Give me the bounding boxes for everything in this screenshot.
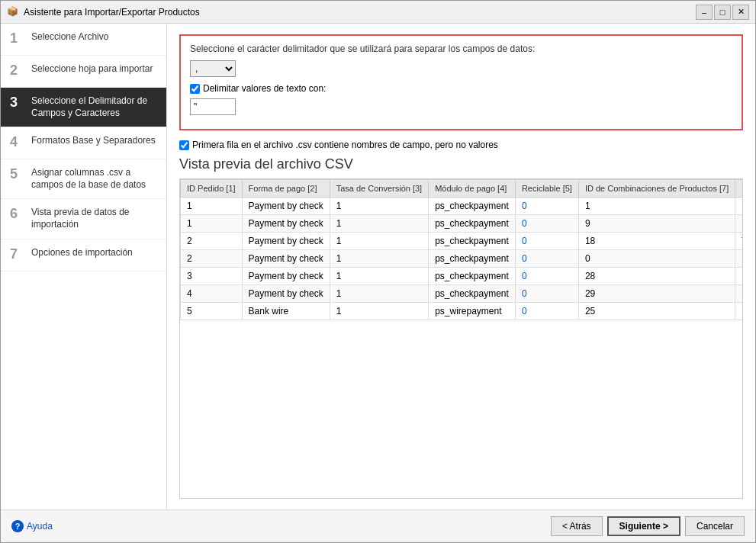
sidebar-item-4[interactable]: 4 Formatos Base y Separadores	[1, 127, 166, 159]
sidebar-item-7[interactable]: 7 Opciones de importación	[1, 239, 166, 272]
table-cell: 28	[578, 268, 735, 285]
col-header: N	[735, 180, 743, 198]
sidebar-item-1[interactable]: 1 Seleccione Archivo	[1, 24, 166, 56]
col-header: Módulo de pago [4]	[429, 180, 516, 198]
text-delimiter-checkbox[interactable]	[190, 84, 200, 94]
table-cell: 0	[515, 268, 578, 285]
table-row: 2Payment by check1ps_checkpayment018Th	[181, 233, 744, 250]
table-cell: 1	[330, 303, 429, 320]
table-cell: ps_checkpayment	[429, 285, 516, 303]
text-delimiter-label: Delimitar valores de texto con:	[203, 83, 326, 94]
window-title: Asistente para Importar/Exportar Product…	[24, 7, 691, 18]
table-cell: 0	[515, 303, 578, 320]
first-row-label: Primera fila en el archivo .csv contiene…	[192, 140, 498, 150]
table-cell: 1	[181, 198, 243, 215]
table-cell: ps_checkpayment	[429, 268, 516, 285]
first-row-checkbox[interactable]	[179, 140, 189, 150]
table-row: 1Payment by check1ps_checkpayment09Hu	[181, 215, 744, 233]
step-label-4: Formatos Base y Separadores	[31, 135, 156, 147]
table-row: 1Payment by check1ps_checkpayment01Hu	[181, 198, 744, 215]
table-cell: 3	[181, 268, 243, 285]
col-header: ID Pedido [1]	[181, 180, 243, 198]
close-button[interactable]: ✕	[732, 5, 749, 20]
minimize-button[interactable]: –	[696, 5, 713, 20]
table-cell: 1	[330, 198, 429, 215]
sidebar-item-6[interactable]: 6 Vista previa de datos de importación	[1, 199, 166, 239]
app-window: 📦 Asistente para Importar/Exportar Produ…	[0, 0, 756, 543]
table-cell: 1	[330, 268, 429, 285]
table-row: 5Bank wire1ps_wirepayment025Br	[181, 303, 744, 320]
next-button[interactable]: Siguiente >	[607, 516, 680, 536]
help-link[interactable]: ? Ayuda	[11, 520, 53, 532]
col-header: ID de Combinaciones de Productos [7]	[578, 180, 735, 198]
header-row: ID Pedido [1]Forma de pago [2]Tasa de Co…	[181, 180, 744, 198]
table-cell: 9	[578, 215, 735, 233]
table-cell: M	[735, 250, 743, 268]
table-body: 1Payment by check1ps_checkpayment01Hu1Pa…	[181, 198, 744, 320]
table-cell: 5	[181, 303, 243, 320]
table-cell: 18	[578, 233, 735, 250]
col-header: Tasa de Conversión [3]	[330, 180, 429, 198]
table-header: ID Pedido [1]Forma de pago [2]Tasa de Co…	[181, 180, 744, 198]
table-cell: M	[735, 268, 743, 285]
sidebar-item-3[interactable]: 3 Seleccione el Delimitador de Campos y …	[1, 88, 166, 127]
footer-buttons: < Atrás Siguiente > Cancelar	[551, 516, 745, 536]
table-cell: ps_checkpayment	[429, 250, 516, 268]
table-cell: 1	[330, 233, 429, 250]
sidebar: 1 Seleccione Archivo 2 Seleccione hoja p…	[1, 24, 167, 509]
step-label-5: Asignar columnas .csv a campos de la bas…	[31, 167, 157, 191]
text-delimiter-input-row	[190, 98, 732, 115]
footer: ? Ayuda < Atrás Siguiente > Cancelar	[1, 509, 755, 542]
window-controls: – □ ✕	[696, 5, 749, 20]
table-cell: 4	[181, 285, 243, 303]
table-cell: Payment by check	[242, 250, 330, 268]
maximize-button[interactable]: □	[714, 5, 731, 20]
back-button[interactable]: < Atrás	[551, 516, 603, 536]
sidebar-item-2[interactable]: 2 Seleccione hoja para importar	[1, 56, 166, 88]
main-content: Seleccione el carácter delimitador que s…	[167, 24, 755, 509]
step-label-1: Seleccione Archivo	[31, 31, 108, 43]
step-num-1: 1	[10, 31, 25, 45]
step-num-4: 4	[10, 135, 25, 149]
table-cell: M	[735, 285, 743, 303]
csv-table: ID Pedido [1]Forma de pago [2]Tasa de Co…	[180, 179, 743, 320]
table-cell: 0	[578, 250, 735, 268]
title-bar: 📦 Asistente para Importar/Exportar Produ…	[1, 1, 755, 24]
table-cell: Hu	[735, 198, 743, 215]
step-num-2: 2	[10, 63, 25, 77]
config-box: Seleccione el carácter delimitador que s…	[179, 34, 743, 130]
step-label-7: Opciones de importación	[31, 247, 133, 259]
table-cell: ps_checkpayment	[429, 198, 516, 215]
table-cell: Br	[735, 303, 743, 320]
table-cell: 1	[330, 285, 429, 303]
table-cell: 1	[578, 198, 735, 215]
table-cell: Payment by check	[242, 233, 330, 250]
step-label-3: Seleccione el Delimitador de Campos y Ca…	[31, 95, 157, 119]
csv-table-container[interactable]: ID Pedido [1]Forma de pago [2]Tasa de Co…	[179, 178, 743, 499]
table-cell: Bank wire	[242, 303, 330, 320]
sidebar-item-5[interactable]: 5 Asignar columnas .csv a campos de la b…	[1, 159, 166, 199]
step-num-7: 7	[10, 247, 25, 261]
cancel-button[interactable]: Cancelar	[685, 516, 745, 536]
table-cell: Payment by check	[242, 198, 330, 215]
window-body: 1 Seleccione Archivo 2 Seleccione hoja p…	[1, 24, 755, 509]
delimiter-select[interactable]: ,;|Tab	[190, 60, 236, 77]
app-icon: 📦	[7, 6, 19, 18]
step-num-6: 6	[10, 207, 25, 220]
help-icon: ?	[11, 520, 24, 532]
table-cell: 2	[181, 250, 243, 268]
table-cell: ps_wirepayment	[429, 303, 516, 320]
table-cell: 0	[515, 233, 578, 250]
table-cell: Hu	[735, 215, 743, 233]
col-header: Reciclable [5]	[515, 180, 578, 198]
delimiter-row: ,;|Tab	[190, 60, 732, 77]
text-delimiter-row: Delimitar valores de texto con:	[190, 83, 732, 94]
table-cell: 25	[578, 303, 735, 320]
step-num-5: 5	[10, 167, 25, 181]
table-cell: 1	[181, 215, 243, 233]
table-cell: 0	[515, 198, 578, 215]
text-delimiter-input[interactable]	[190, 98, 236, 115]
step-num-3: 3	[10, 95, 25, 109]
table-cell: ps_checkpayment	[429, 215, 516, 233]
table-row: 2Payment by check1ps_checkpayment00M	[181, 250, 744, 268]
